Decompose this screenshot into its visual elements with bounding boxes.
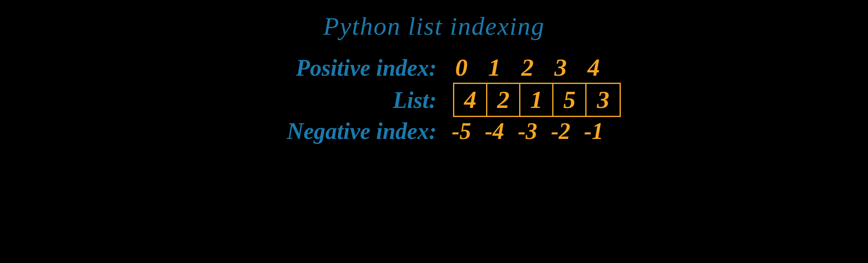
pos-val-0: 0 <box>445 53 478 82</box>
list-cell-2: 1 <box>520 84 553 116</box>
list-colon: : <box>429 87 437 113</box>
positive-index-row: Positive index : 0 1 2 3 4 <box>247 53 610 82</box>
list-cell-1: 2 <box>487 84 520 116</box>
pos-val-2: 2 <box>511 53 544 82</box>
page-title: Python list indexing <box>323 12 545 41</box>
list-cell-3: 5 <box>553 84 587 116</box>
list-cell-4: 3 <box>587 84 620 116</box>
pos-val-4: 4 <box>577 53 610 82</box>
negative-index-row: Negative index : -5 -4 -3 -2 -1 <box>247 118 610 144</box>
neg-val-3: -2 <box>544 118 577 144</box>
pos-val-1: 1 <box>478 53 511 82</box>
positive-index-values: 0 1 2 3 4 <box>445 53 610 82</box>
neg-val-2: -3 <box>511 118 544 144</box>
negative-index-values: -5 -4 -3 -2 -1 <box>445 118 610 144</box>
negative-index-colon: : <box>429 118 437 144</box>
list-label: List <box>247 87 429 113</box>
negative-index-label: Negative index <box>247 118 429 144</box>
positive-index-colon: : <box>429 55 437 81</box>
neg-val-0: -5 <box>445 118 478 144</box>
list-row: List : 4 2 1 5 3 <box>247 83 621 117</box>
list-cell-0: 4 <box>454 84 487 116</box>
positive-index-label: Positive index <box>247 55 429 81</box>
neg-val-1: -4 <box>478 118 511 144</box>
list-box: 4 2 1 5 3 <box>453 83 621 117</box>
pos-val-3: 3 <box>544 53 577 82</box>
neg-val-4: -1 <box>577 118 610 144</box>
